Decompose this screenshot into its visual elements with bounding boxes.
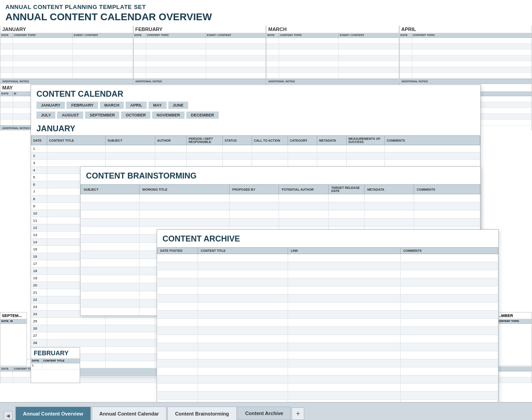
- nav-btn-may[interactable]: MAY: [149, 102, 166, 109]
- table-row: 2: [32, 152, 480, 160]
- table-row: [158, 295, 498, 303]
- table-row: [158, 311, 498, 319]
- table-row: [266, 44, 399, 49]
- ca-col-comments: COMMENTS: [401, 248, 498, 254]
- table-row: [266, 67, 399, 73]
- table-row: [400, 38, 532, 44]
- cc-col-date: DATE: [32, 136, 47, 145]
- table-row: [158, 392, 498, 400]
- table-row: [134, 44, 266, 49]
- nav-btn-apr[interactable]: APRIL: [126, 102, 147, 109]
- bottom-feb-date-col: DATE: [31, 358, 42, 363]
- cb-col-author: POTENTIAL AUTHOR: [279, 185, 329, 194]
- cc-title: CONTENT CALENDAR: [31, 85, 480, 102]
- table-row: [81, 210, 480, 219]
- nav-btn-jul[interactable]: JULY: [36, 112, 55, 119]
- nav-btn-feb[interactable]: FEBRUARY: [67, 102, 98, 109]
- table-row: [158, 262, 498, 270]
- cc-col-author: AUTHOR: [155, 136, 187, 145]
- table-row: [134, 55, 266, 61]
- mar-date-col: DATE: [266, 33, 279, 37]
- bottom-feb-row-1-date: 1: [31, 363, 42, 369]
- ca-col-date: DATE POSTED: [158, 248, 198, 254]
- cc-col-comments: COMMENTS: [385, 136, 480, 145]
- app-subtitle: ANNUAL CONTENT CALENDAR OVERVIEW: [0, 11, 532, 26]
- mar-topic-col: CONTENT TOPIC: [279, 33, 339, 37]
- table-row: [158, 335, 498, 343]
- cc-col-person: PERSON / DEPT RESPONSIBLE: [187, 136, 223, 145]
- apr-date-col: DATE: [400, 33, 412, 37]
- tab-content-brainstorming[interactable]: Content Brainstorming: [167, 407, 237, 420]
- table-row: [158, 327, 498, 335]
- apr-header: APRIL: [400, 26, 532, 33]
- feb-additional-notes: ADDITIONAL NOTES: [134, 79, 266, 84]
- content-archive-panel: CONTENT ARCHIVE DATE POSTED CONTENT TITL…: [157, 229, 499, 402]
- tab-prev-btn[interactable]: ◀: [4, 411, 13, 420]
- nav-btn-aug[interactable]: AUGUST: [57, 112, 83, 119]
- bottom-dec-topic-col: CONTENT TOPIC: [496, 319, 532, 323]
- table-row: [158, 319, 498, 327]
- tab-add-button[interactable]: +: [292, 407, 304, 420]
- bottom-date-col: DATE: [0, 319, 9, 323]
- jan-header: JANUARY: [0, 26, 133, 33]
- tab-annual-overview[interactable]: Annual Content Overview: [15, 407, 91, 420]
- jan-event-col: EVENT / CONTENT: [73, 33, 132, 37]
- cc-col-status: STATUS: [223, 136, 252, 145]
- nav-btn-sep[interactable]: SEPTEMBER: [85, 112, 119, 119]
- table-row: [0, 49, 133, 55]
- jan-date-col: DATE: [0, 33, 13, 37]
- ca-col-title: CONTENT TITLE: [198, 248, 288, 254]
- table-row: [158, 303, 498, 311]
- ca-title: CONTENT ARCHIVE: [157, 230, 498, 247]
- bottom-feb-row-1-title: [42, 363, 80, 369]
- table-row: [400, 61, 532, 67]
- table-row: [266, 73, 399, 79]
- bottom-feb-title: FEBRUARY: [31, 348, 80, 358]
- tab-nav-prev[interactable]: ◀: [4, 411, 13, 420]
- feb-event-col: EVENT / CONTENT: [206, 33, 266, 37]
- table-row: [158, 286, 498, 295]
- cb-col-subject: SUBJECT: [81, 185, 140, 194]
- table-row: [81, 194, 480, 202]
- nav-btn-jan[interactable]: JANUARY: [36, 102, 65, 109]
- table-row: [134, 73, 266, 79]
- table-row: [158, 351, 498, 359]
- nav-btn-mar[interactable]: MARCH: [100, 102, 124, 109]
- table-row: [81, 202, 480, 210]
- tab-content-archive[interactable]: Content Archive: [238, 407, 291, 420]
- table-row: [158, 375, 498, 384]
- table-row: [400, 49, 532, 55]
- table-row: [266, 55, 399, 61]
- table-row: [81, 219, 480, 227]
- table-row: [0, 38, 133, 44]
- bottom-dec-label: ...MBER: [496, 313, 532, 319]
- cc-col-cta: CALL TO ACTION: [252, 136, 288, 145]
- mar-header: MARCH: [266, 26, 399, 33]
- nav-btn-dec[interactable]: DECEMBER: [186, 112, 219, 119]
- table-row: [134, 67, 266, 73]
- table-row: 3: [32, 160, 480, 167]
- nav-btn-oct[interactable]: OCTOBER: [121, 112, 150, 119]
- cb-col-proposed: PROPOSED BY: [230, 185, 279, 194]
- cc-month-nav-2: JULY AUGUST SEPTEMBER OCTOBER NOVEMBER D…: [31, 112, 480, 121]
- nav-btn-jun[interactable]: JUNE: [168, 102, 188, 109]
- cb-title: CONTENT BRAINSTORMING: [81, 167, 480, 184]
- jan-additional-notes: ADDITIONAL NOTES: [0, 79, 133, 84]
- table-row: [158, 400, 498, 402]
- cb-col-working-title: WORKING TITLE: [140, 185, 230, 194]
- nav-btn-nov[interactable]: NOVEMBER: [152, 112, 185, 119]
- cc-current-month: JANUARY: [31, 121, 480, 135]
- table-row: [266, 49, 399, 55]
- table-row: [158, 270, 498, 278]
- table-row: [400, 44, 532, 49]
- table-row: [400, 55, 532, 61]
- table-row: [0, 44, 133, 49]
- ca-table: DATE POSTED CONTENT TITLE LINK COMMENTS: [157, 247, 498, 402]
- cc-month-nav: JANUARY FEBRUARY MARCH APRIL MAY JUNE: [31, 102, 480, 112]
- table-row: [0, 73, 133, 79]
- tab-annual-calendar[interactable]: Annual Content Calendar: [92, 407, 167, 420]
- table-row: [266, 61, 399, 67]
- app-title: ANNUAL CONTENT PLANNING TEMPLATE SET: [0, 0, 532, 11]
- apr-additional-notes: ADDITIONAL NOTES: [400, 79, 532, 84]
- table-row: [134, 61, 266, 67]
